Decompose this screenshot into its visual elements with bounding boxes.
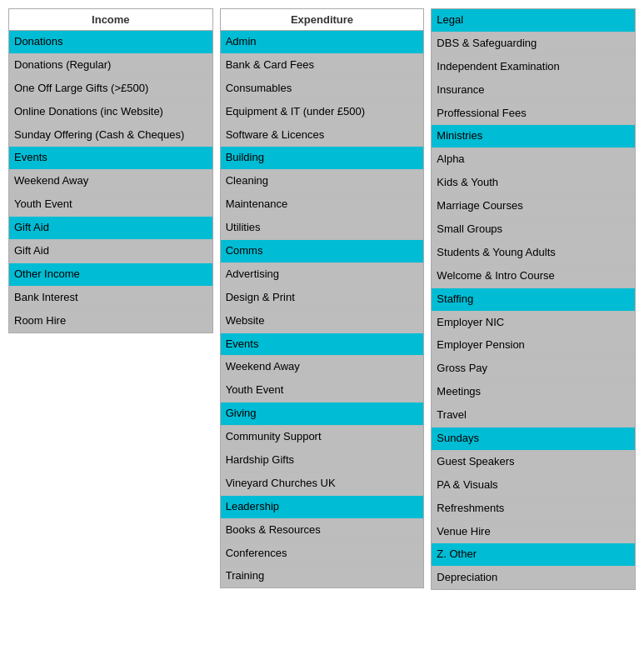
- list-item[interactable]: Software & Licences: [221, 124, 424, 148]
- list-item[interactable]: Legal: [432, 9, 635, 32]
- list-item[interactable]: Utilities: [221, 217, 424, 240]
- list-item[interactable]: Youth Event: [221, 379, 424, 402]
- list-item[interactable]: Website: [221, 310, 424, 333]
- list-item[interactable]: Bank Interest: [9, 287, 212, 310]
- list-item[interactable]: Consumables: [221, 78, 424, 101]
- list-item[interactable]: Online Donations (inc Website): [9, 101, 212, 124]
- list-item[interactable]: Independent Examination: [432, 56, 635, 79]
- list-item[interactable]: Admin: [221, 31, 424, 54]
- list-item[interactable]: Alpha: [432, 148, 635, 172]
- list-item[interactable]: Gift Aid: [9, 240, 212, 263]
- list-item[interactable]: Sundays: [432, 428, 635, 451]
- list-item[interactable]: Kids & Youth: [432, 172, 635, 195]
- list-item[interactable]: Equipment & IT (under £500): [221, 101, 424, 124]
- list-item[interactable]: Gross Pay: [432, 358, 635, 381]
- list-item[interactable]: Conferences: [221, 542, 424, 566]
- list-item[interactable]: Ministries: [432, 125, 635, 148]
- list-item[interactable]: Advertising: [221, 263, 424, 287]
- list-item[interactable]: Small Groups: [432, 218, 635, 242]
- list-item[interactable]: Z. Other: [432, 543, 635, 567]
- list-item[interactable]: Weekend Away: [221, 356, 424, 379]
- list-item[interactable]: Leadership: [221, 496, 424, 519]
- list-item[interactable]: Maintenance: [221, 193, 424, 217]
- column-0: IncomeDonationsDonations (Regular)One Of…: [8, 8, 213, 333]
- list-item[interactable]: DBS & Safeguarding: [432, 32, 635, 56]
- list-item[interactable]: Refreshments: [432, 498, 635, 521]
- list-item[interactable]: Events: [221, 333, 424, 357]
- list-item[interactable]: Design & Print: [221, 287, 424, 310]
- list-item[interactable]: Training: [221, 565, 424, 588]
- list-item[interactable]: Hardship Gifts: [221, 449, 424, 472]
- list-item[interactable]: Proffessional Fees: [432, 102, 635, 126]
- list-item[interactable]: Welcome & Intro Course: [432, 265, 635, 288]
- list-item[interactable]: Donations: [9, 31, 212, 54]
- list-item[interactable]: Bank & Card Fees: [221, 54, 424, 78]
- column-1: ExpenditureAdminBank & Card FeesConsumab…: [220, 8, 425, 588]
- list-item[interactable]: Youth Event: [9, 193, 212, 217]
- column-header-1: Expenditure: [221, 9, 424, 31]
- list-item[interactable]: Room Hire: [9, 310, 212, 332]
- list-item[interactable]: Giving: [221, 402, 424, 426]
- list-item[interactable]: Travel: [432, 404, 635, 428]
- list-item[interactable]: Other Income: [9, 263, 212, 287]
- list-item[interactable]: Insurance: [432, 79, 635, 102]
- list-item[interactable]: Meetings: [432, 381, 635, 404]
- list-item[interactable]: Guest Speakers: [432, 451, 635, 474]
- list-item[interactable]: Events: [9, 147, 212, 170]
- list-item[interactable]: Comms: [221, 240, 424, 263]
- list-item[interactable]: Books & Resources: [221, 519, 424, 542]
- column-2: LegalDBS & SafeguardingIndependent Exami…: [431, 8, 636, 590]
- list-item[interactable]: PA & Visuals: [432, 474, 635, 498]
- list-item[interactable]: Gift Aid: [9, 217, 212, 240]
- list-item[interactable]: Weekend Away: [9, 170, 212, 193]
- list-item[interactable]: One Off Large Gifts (>£500): [9, 78, 212, 101]
- list-item[interactable]: Marriage Courses: [432, 195, 635, 218]
- list-item[interactable]: Building: [221, 147, 424, 170]
- list-item[interactable]: Employer Pension: [432, 334, 635, 358]
- list-item[interactable]: Donations (Regular): [9, 54, 212, 78]
- list-item[interactable]: Employer NIC: [432, 312, 635, 335]
- list-item[interactable]: Vineyard Churches UK: [221, 472, 424, 496]
- column-header-0: Income: [9, 9, 212, 31]
- list-item[interactable]: Cleaning: [221, 170, 424, 193]
- list-item[interactable]: Depreciation: [432, 567, 635, 589]
- list-item[interactable]: Students & Young Adults: [432, 242, 635, 265]
- list-item[interactable]: Sunday Offering (Cash & Cheques): [9, 124, 212, 148]
- list-item[interactable]: Community Support: [221, 426, 424, 449]
- list-item[interactable]: Venue Hire: [432, 521, 635, 544]
- columns-wrapper: IncomeDonationsDonations (Regular)One Of…: [8, 8, 636, 590]
- list-item[interactable]: Staffing: [432, 288, 635, 312]
